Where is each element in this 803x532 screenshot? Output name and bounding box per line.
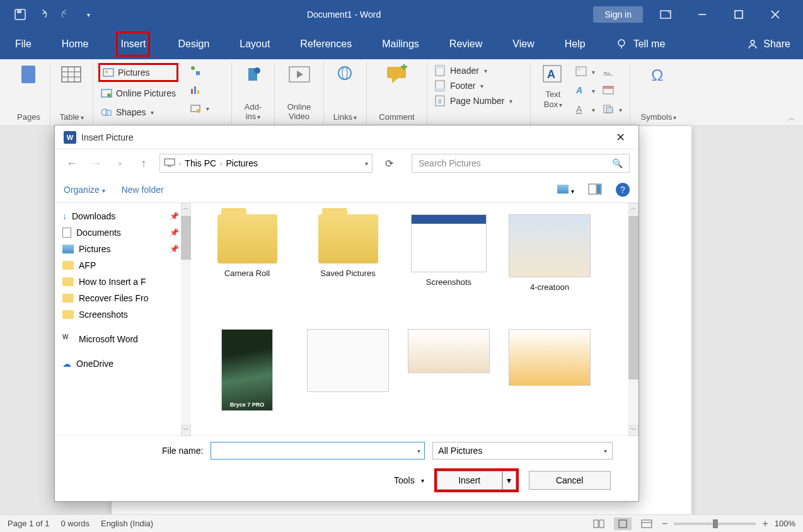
tell-me-button[interactable]: Tell me (613, 33, 668, 55)
file-4-creatoon[interactable]: 4-creatoon (502, 214, 597, 321)
online-pictures-button[interactable]: Online Pictures (98, 86, 178, 101)
svg-point-26 (197, 109, 200, 113)
links-button[interactable] (330, 63, 361, 88)
organize-button[interactable]: Organize ▾ (64, 185, 105, 195)
page-number-button[interactable]: #Page Number (432, 93, 515, 108)
help-button[interactable]: ? (616, 183, 630, 197)
signin-button[interactable]: Sign in (593, 6, 643, 23)
tab-references[interactable]: References (298, 33, 354, 55)
tab-mailings[interactable]: Mailings (379, 33, 422, 55)
redo-icon[interactable] (59, 8, 72, 21)
word-count[interactable]: 0 words (61, 519, 90, 528)
close-button[interactable] (761, 5, 789, 24)
file-type-filter[interactable]: All Pictures▾ (432, 442, 613, 460)
svg-rect-60 (599, 520, 604, 528)
tab-view[interactable]: View (510, 33, 536, 55)
save-icon[interactable] (14, 8, 26, 21)
up-button[interactable]: ↑ (136, 155, 152, 171)
textbox-button[interactable]: AText Box (536, 63, 570, 110)
tab-home[interactable]: Home (59, 33, 91, 55)
refresh-button[interactable]: ⟳ (380, 154, 398, 172)
object-button[interactable] (600, 102, 625, 117)
dialog-close-button[interactable]: ✕ (611, 130, 630, 144)
tree-documents[interactable]: Documents📌 (55, 224, 187, 241)
shapes-button[interactable]: Shapes (98, 105, 178, 120)
crumb-pictures[interactable]: Pictures (226, 158, 258, 168)
table-button[interactable] (57, 63, 87, 88)
file-bryce7[interactable]: Bryce 7 PRO (200, 329, 294, 435)
page-indicator[interactable]: Page 1 of 1 (8, 519, 50, 528)
file-thumb-4[interactable] (502, 329, 597, 435)
cancel-button[interactable]: Cancel (529, 471, 611, 490)
chevron-down-icon[interactable]: ▾ (417, 448, 420, 454)
chevron-down-icon[interactable]: ▾ (365, 160, 368, 167)
tree-onedrive[interactable]: ☁OneDrive (55, 356, 187, 372)
zoom-level[interactable]: 100% (775, 519, 795, 528)
pictures-button[interactable]: Pictures (98, 63, 178, 82)
folder-saved-pictures[interactable]: Saved Pictures (301, 214, 395, 321)
tree-downloads[interactable]: ↓Downloads📌 (55, 208, 187, 224)
zoom-slider[interactable] (674, 523, 756, 525)
quick-parts-button[interactable] (573, 64, 598, 79)
folder-camera-roll[interactable]: Camera Roll (200, 214, 294, 321)
smartart-button[interactable] (187, 63, 212, 78)
new-folder-button[interactable]: New folder (122, 185, 164, 195)
date-time-button[interactable] (600, 83, 625, 98)
qat-customize-icon[interactable]: ▾ (82, 8, 95, 21)
tab-insert[interactable]: Insert (116, 32, 150, 57)
comment-button[interactable] (382, 63, 412, 88)
footer-button[interactable]: Footer (432, 78, 486, 93)
tab-review[interactable]: Review (447, 33, 485, 55)
online-video-button[interactable] (284, 63, 315, 88)
ribbon-display-icon[interactable] (652, 5, 679, 24)
recent-locations-button[interactable]: ▾ (112, 155, 128, 171)
tree-recover[interactable]: Recover Files Fro (55, 290, 187, 306)
screenshot-button[interactable] (187, 101, 212, 116)
tab-file[interactable]: File (13, 33, 34, 55)
file-thumb-2[interactable] (301, 329, 395, 435)
pages-button[interactable] (14, 63, 44, 88)
signature-line-button[interactable] (600, 64, 625, 79)
search-input[interactable]: Search Pictures 🔍 (412, 154, 630, 173)
chart-button[interactable] (187, 82, 212, 97)
insert-button[interactable]: Insert (437, 471, 502, 490)
insert-dropdown-button[interactable]: ▾ (502, 471, 516, 490)
tab-help[interactable]: Help (562, 33, 588, 55)
tools-button[interactable]: Tools▾ (394, 475, 424, 485)
print-layout-button[interactable] (614, 518, 632, 530)
crumb-this-pc[interactable]: This PC (185, 158, 216, 168)
preview-pane-button[interactable] (588, 183, 602, 197)
filename-input[interactable]: ▾ (211, 442, 425, 460)
tree-howto[interactable]: How to Insert a F (55, 274, 187, 290)
zoom-out-button[interactable]: − (662, 518, 667, 529)
forward-button[interactable]: → (88, 155, 104, 171)
zoom-in-button[interactable]: + (762, 518, 768, 529)
addins-button[interactable] (238, 63, 269, 88)
tree-afp[interactable]: AFP (55, 257, 187, 274)
file-thumb-3[interactable] (402, 329, 496, 435)
header-button[interactable]: Header (432, 63, 490, 78)
view-options-button[interactable]: ▾ (557, 185, 574, 195)
symbols-button[interactable]: Ω (644, 63, 674, 88)
drop-cap-button[interactable]: A (573, 102, 598, 117)
tab-layout[interactable]: Layout (237, 33, 272, 55)
maximize-button[interactable] (725, 5, 753, 24)
collapse-ribbon-icon[interactable]: ︿ (788, 113, 795, 124)
svg-point-7 (751, 40, 754, 44)
tree-screenshots[interactable]: Screenshots (55, 306, 187, 323)
tree-scrollbar[interactable]: ︿﹀ (181, 203, 191, 435)
undo-icon[interactable] (37, 8, 49, 21)
tree-pictures[interactable]: Pictures📌 (55, 241, 187, 257)
tree-msword[interactable]: WMicrosoft Word (55, 330, 187, 348)
wordart-button[interactable]: A (573, 83, 598, 98)
minimize-button[interactable] (688, 5, 716, 24)
read-mode-button[interactable] (590, 518, 608, 530)
share-button[interactable]: Share (747, 38, 790, 50)
address-bar[interactable]: › This PC › Pictures ▾ (159, 154, 373, 173)
files-scrollbar[interactable]: ︿﹀ (628, 203, 638, 435)
language-indicator[interactable]: English (India) (101, 519, 153, 528)
folder-screenshots[interactable]: Screenshots (402, 214, 496, 321)
tab-design[interactable]: Design (175, 33, 212, 55)
back-button[interactable]: ← (64, 155, 80, 171)
web-layout-button[interactable] (638, 518, 656, 530)
